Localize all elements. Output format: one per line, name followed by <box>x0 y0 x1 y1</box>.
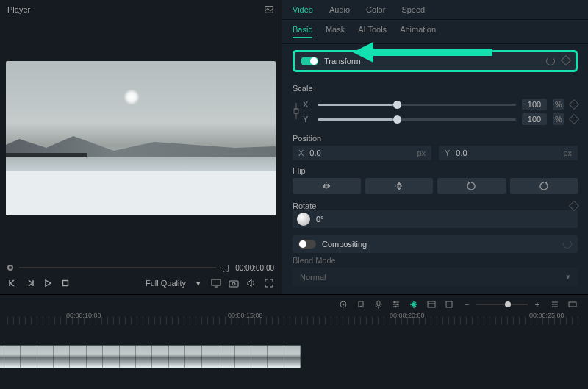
scale-x-value[interactable]: 100 <box>522 99 547 110</box>
subtab-mask[interactable]: Mask <box>326 25 345 38</box>
expand-icon[interactable] <box>444 299 454 310</box>
svg-rect-4 <box>212 279 220 285</box>
reset-transform-icon[interactable] <box>546 57 555 65</box>
scale-x-unit: % <box>553 99 564 110</box>
svg-point-15 <box>394 301 395 303</box>
scale-x-label: X <box>303 100 312 109</box>
svg-rect-6 <box>229 281 238 287</box>
zoom-slider[interactable] <box>476 304 528 305</box>
keyframe-scale-x-icon[interactable] <box>569 99 579 110</box>
snapshot-icon[interactable] <box>264 4 274 15</box>
flip-horizontal-button[interactable] <box>293 178 361 194</box>
scale-x-slider[interactable] <box>318 104 516 106</box>
scrub-bar[interactable]: { } 00:00:00:00 <box>7 263 274 272</box>
subtab-aitools[interactable]: AI Tools <box>358 25 387 38</box>
keyframe-transform-icon[interactable] <box>561 55 571 65</box>
scale-y-label: Y <box>303 115 312 124</box>
camera-icon[interactable] <box>229 278 239 288</box>
mic-icon[interactable] <box>373 299 384 310</box>
compositing-section-header[interactable]: Compositing <box>293 235 578 253</box>
svg-point-17 <box>395 306 396 307</box>
timecode: 00:00:00:00 <box>235 264 274 272</box>
lock-aspect-icon[interactable] <box>293 101 300 122</box>
rotate-wheel-icon[interactable] <box>297 213 310 226</box>
svg-point-16 <box>397 304 398 305</box>
rotate-control[interactable]: 0° <box>293 210 578 228</box>
tag-icon[interactable] <box>356 299 366 310</box>
compositing-toggle[interactable] <box>298 240 316 249</box>
position-y-field[interactable]: Y 0.0 px <box>439 146 578 160</box>
in-out-brackets[interactable]: { } <box>222 263 229 272</box>
flip-label: Flip <box>293 166 578 175</box>
tab-audio[interactable]: Audio <box>329 5 350 14</box>
timeline-settings-icon[interactable] <box>550 299 560 310</box>
transform-toggle[interactable] <box>301 57 318 65</box>
scale-y-unit: % <box>553 113 564 125</box>
subtab-basic[interactable]: Basic <box>293 25 312 38</box>
tab-color[interactable]: Color <box>366 5 385 14</box>
svg-rect-18 <box>428 301 435 307</box>
svg-point-10 <box>343 304 344 305</box>
scale-y-slider[interactable] <box>318 118 516 121</box>
svg-rect-3 <box>63 281 68 286</box>
svg-rect-11 <box>377 301 380 306</box>
scale-label: Scale <box>293 84 578 93</box>
subtab-animation[interactable]: Animation <box>400 25 436 38</box>
snap-icon[interactable] <box>409 299 419 310</box>
playhead-start-icon[interactable] <box>7 265 13 271</box>
video-preview[interactable] <box>0 19 282 257</box>
next-frame-button[interactable] <box>25 278 35 288</box>
reset-compositing-icon[interactable] <box>563 240 572 249</box>
player-title: Player <box>7 5 30 14</box>
timeline-ruler[interactable]: 00:00:10:00 00:00:15:00 00:00:20:00 00:0… <box>0 314 588 317</box>
keyframe-scale-y-icon[interactable] <box>569 114 579 124</box>
list-icon[interactable] <box>426 299 437 310</box>
timeline-clip[interactable] <box>0 345 301 368</box>
zoom-out-icon[interactable]: − <box>462 299 472 310</box>
tab-speed[interactable]: Speed <box>401 5 425 14</box>
rotate-value: 0° <box>316 215 324 224</box>
fullscreen-icon[interactable] <box>264 278 274 288</box>
rotate-cw-button[interactable] <box>510 178 578 194</box>
transform-label: Transform <box>324 57 361 65</box>
blend-mode-label: Blend Mode <box>293 256 578 265</box>
keyframe-rotate-icon[interactable] <box>569 201 579 211</box>
rotate-label: Rotate <box>293 201 316 210</box>
timeline-panel: − + 00:00:10:00 00:00:15:00 00:00:20:00 … <box>0 294 588 389</box>
rotate-ccw-button[interactable] <box>437 178 506 194</box>
zoom-in-icon[interactable]: + <box>532 299 542 310</box>
svg-rect-24 <box>569 302 576 307</box>
inspector-panel: Video Audio Color Speed Basic Mask AI To… <box>282 0 588 294</box>
svg-rect-20 <box>446 301 452 307</box>
adjust-icon[interactable] <box>391 299 401 310</box>
chevron-down-icon[interactable]: ▾ <box>193 278 204 288</box>
scale-y-value[interactable]: 100 <box>522 113 547 125</box>
transform-section-header[interactable]: Transform <box>293 50 578 72</box>
timeline-more-icon[interactable] <box>567 299 578 310</box>
compositing-label: Compositing <box>322 240 367 249</box>
player-panel: Player { } 00:00:00:00 <box>0 0 282 294</box>
display-icon[interactable] <box>211 278 221 288</box>
position-x-field[interactable]: X 0.0 px <box>293 146 431 160</box>
svg-rect-8 <box>294 109 298 113</box>
tab-video[interactable]: Video <box>293 5 313 14</box>
stop-button[interactable] <box>60 278 71 288</box>
chevron-down-icon: ▾ <box>566 272 570 282</box>
volume-icon[interactable] <box>246 278 257 288</box>
prev-frame-button[interactable] <box>7 278 18 288</box>
marker-icon[interactable] <box>338 299 348 310</box>
position-label: Position <box>293 134 578 143</box>
flip-vertical-button[interactable] <box>365 178 434 194</box>
quality-selector[interactable]: Full Quality <box>146 279 186 288</box>
svg-point-7 <box>232 282 235 285</box>
blend-mode-select[interactable]: Normal ▾ <box>293 268 578 286</box>
play-button[interactable] <box>43 278 53 288</box>
